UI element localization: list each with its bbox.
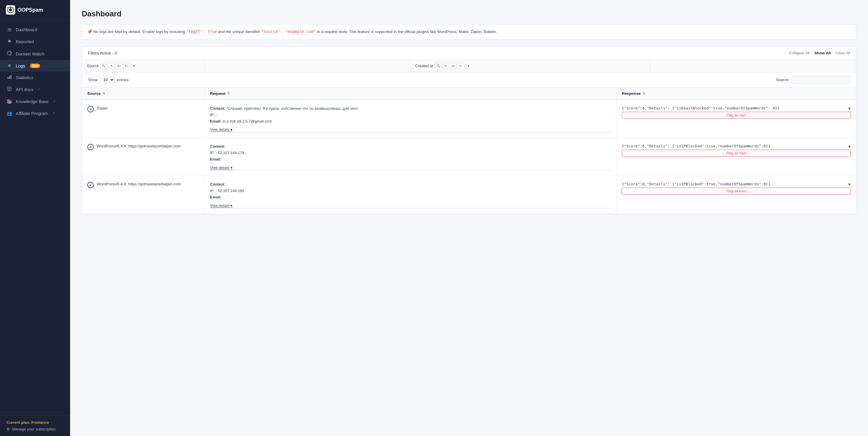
- response-chevron-0[interactable]: ▾: [848, 105, 851, 112]
- sidebar-item-label: Domain Watch: [16, 52, 44, 56]
- main-content: Dashboard 📌 No logs are kept by default.…: [70, 0, 868, 436]
- flag-as-ham-2[interactable]: Flag as ham: [622, 188, 851, 195]
- view-details-0[interactable]: View details ▾: [210, 128, 611, 133]
- source-filter-cell: Source 🔍 ✕ Az #↕ ▾: [82, 60, 205, 72]
- response-header: Response ⇅: [617, 88, 856, 100]
- source-cell-2: + WordPress/6.4.4; https://gotravelazerb…: [82, 176, 205, 213]
- created-dropdown-icon[interactable]: ▾: [465, 63, 472, 69]
- expand-button-1[interactable]: +: [87, 144, 94, 150]
- response-chevron-2[interactable]: ▾: [848, 181, 851, 188]
- sidebar-item-label: Logs: [16, 63, 25, 68]
- filters-label: Filters Active - 0: [88, 51, 117, 56]
- page-title: Dashboard: [82, 9, 856, 19]
- expand-button-0[interactable]: +: [87, 106, 94, 112]
- table-row: + Zapier Content: "Слушай, приятель! Я в…: [82, 100, 856, 138]
- search-label: Search:: [776, 78, 789, 82]
- source-search-icon[interactable]: 🔍: [100, 63, 107, 69]
- domain-watch-icon: [6, 51, 12, 57]
- dashboard-icon: ⊞: [6, 27, 12, 32]
- sidebar-item-dashboard[interactable]: ⊞ Dashboard: [0, 24, 70, 36]
- created-hash-icon[interactable]: #↕: [458, 63, 464, 69]
- show-all-button[interactable]: Show All: [814, 51, 831, 55]
- response-cell-0: {"Score":6,"Details": {"isEmailBlocked":…: [617, 100, 856, 138]
- external-link-icon: ↗: [52, 111, 55, 115]
- logs-icon: ≡: [6, 63, 12, 68]
- logs-badge: New: [30, 64, 40, 68]
- content-label-1: Content: [210, 144, 224, 148]
- sidebar-item-statistics[interactable]: Statistics: [0, 71, 70, 83]
- response-json-0: {"Score":6,"Details": {"isEmailBlocked":…: [622, 105, 779, 111]
- svg-rect-6: [10, 75, 11, 79]
- sidebar-item-logs[interactable]: ≡ Logs New: [0, 60, 70, 71]
- svg-point-2: [10, 7, 11, 8]
- ip-2: IP: : 52.167.144.181: [210, 188, 611, 194]
- request-cell-0: Content: "Слушай, приятель! Я в курсе, с…: [205, 100, 617, 138]
- chevron-down-icon: ▾: [230, 128, 232, 132]
- plan-name: Freelance: [31, 420, 49, 425]
- info-text-before: No logs are kept by default. Enable logs…: [93, 30, 186, 34]
- request-header: Request ⇅: [205, 88, 617, 100]
- knowledge-base-icon: 📚: [6, 99, 12, 104]
- affiliate-icon: 👥: [6, 111, 12, 116]
- sidebar-footer: Current plan: Freelance ⚙ Manage your su…: [0, 415, 70, 436]
- view-details-2[interactable]: View details ▾: [210, 203, 611, 208]
- clear-all-button[interactable]: Clear All: [836, 51, 850, 55]
- source-dropdown-icon[interactable]: ▾: [131, 63, 137, 69]
- sidebar-item-label: Reported: [16, 39, 34, 44]
- created-clear-icon[interactable]: ✕: [442, 63, 449, 69]
- collapse-all-button[interactable]: Collapse All: [789, 51, 810, 55]
- info-text-mid: and the unique identifier: [218, 30, 261, 34]
- response-cell-2: {"Score":6,"Details": {"isIPBlocked":tru…: [617, 176, 856, 213]
- email-label-1: Email:: [210, 157, 221, 161]
- source-sort-az-icon[interactable]: Az: [116, 63, 122, 69]
- info-banner: 📌 No logs are kept by default. Enable lo…: [82, 24, 856, 39]
- view-details-1[interactable]: View details ▾: [210, 165, 611, 170]
- created-sort-az-icon[interactable]: Az: [450, 63, 457, 69]
- request-content-2: Content : IP: : 52.167.144.181 Email:: [210, 181, 611, 200]
- content-label-0: Content: [210, 106, 224, 111]
- flag-as-ham-1[interactable]: Flag as ham: [622, 150, 851, 157]
- info-text-after: in a request body. This feature is suppo…: [317, 30, 497, 34]
- sidebar-item-domain-watch[interactable]: Domain Watch: [0, 47, 70, 60]
- sidebar-item-api-docs[interactable]: API docs ↗: [0, 83, 70, 95]
- filter-actions: Collapse All Show All Clear All: [789, 51, 850, 55]
- created-filter-label: Created at: [415, 64, 433, 68]
- sidebar-item-affiliate[interactable]: 👥 Affiliate Program ↗: [0, 107, 70, 120]
- ip-1: IP: : 52.167.144.179: [210, 150, 611, 156]
- entries-select[interactable]: 10 25 50: [100, 76, 115, 83]
- source-hash-icon[interactable]: #↕: [123, 63, 130, 69]
- source-sort-icon[interactable]: ⇅: [102, 92, 105, 95]
- response-chevron-1[interactable]: ▾: [848, 143, 851, 150]
- svg-rect-4: [8, 77, 8, 79]
- svg-point-3: [7, 51, 11, 55]
- sidebar-item-reported[interactable]: ⚑ Reported: [0, 36, 70, 47]
- gear-icon: ⚙: [6, 427, 10, 431]
- source-clear-icon[interactable]: ✕: [108, 63, 115, 69]
- request-cell-2: Content : IP: : 52.167.144.181 Email: Vi…: [205, 176, 617, 213]
- statistics-icon: [6, 75, 12, 80]
- flag-as-ham-0[interactable]: Flag as ham: [622, 112, 851, 119]
- request-cell-1: Content : IP: : 52.167.144.179 Email: Vi…: [205, 138, 617, 176]
- created-search-icon[interactable]: 🔍: [435, 63, 441, 69]
- expand-button-2[interactable]: +: [87, 182, 94, 188]
- source-filter-icons: 🔍 ✕ Az #↕ ▾: [100, 63, 137, 69]
- entries-label: entries: [117, 78, 129, 82]
- code1: "logIt": true: [186, 29, 217, 34]
- request-sort-icon[interactable]: ⇅: [227, 92, 230, 95]
- sidebar-item-knowledge-base[interactable]: 📚 Knowledge Base ↗: [0, 95, 70, 107]
- manage-subscription[interactable]: ⚙ Manage your subscription: [6, 427, 64, 431]
- sidebar-nav: ⊞ Dashboard ⚑ Reported Domain Watch ≡ Lo…: [0, 20, 70, 415]
- sidebar-item-label: API docs: [16, 87, 33, 92]
- response-header-0: {"Score":6,"Details": {"isEmailBlocked":…: [622, 105, 851, 112]
- search-input[interactable]: [792, 76, 850, 84]
- source-cell-1: + WordPress/6.4.4; https://gotravelazerb…: [82, 138, 205, 176]
- current-plan: Current plan: Freelance: [6, 420, 64, 425]
- sidebar-item-label: Knowledge Base: [16, 99, 49, 104]
- response-json-2: {"Score":6,"Details": {"isIPBlocked":tru…: [622, 181, 771, 187]
- table-row: + WordPress/6.4.4; https://gotravelazerb…: [82, 176, 856, 214]
- pin-icon: 📌: [87, 30, 92, 34]
- source-name-1: WordPress/6.4.4; https://gotravelazerbai…: [97, 144, 181, 148]
- sidebar-item-label: Statistics: [16, 75, 33, 80]
- chevron-down-icon: ▾: [230, 165, 232, 170]
- response-sort-icon[interactable]: ⇅: [643, 92, 645, 95]
